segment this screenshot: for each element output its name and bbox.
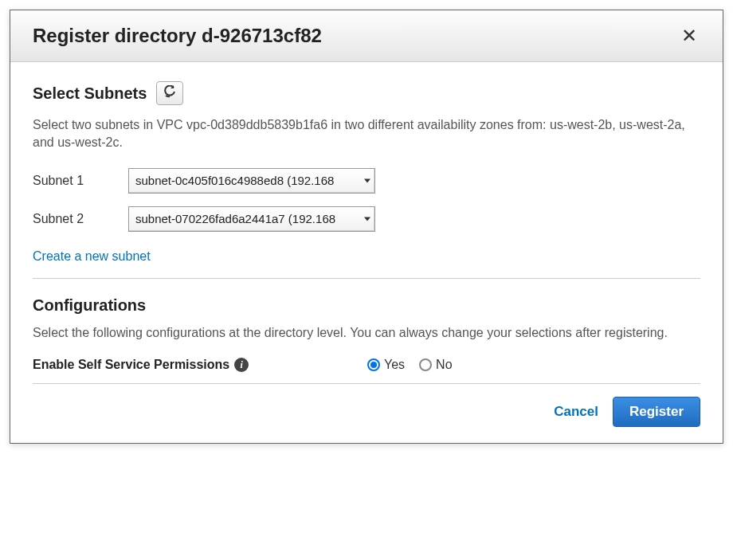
self-service-yes-radio[interactable]: Yes <box>367 358 405 372</box>
self-service-label-text: Enable Self Service Permissions <box>33 358 229 372</box>
cancel-button[interactable]: Cancel <box>554 404 598 420</box>
section-divider <box>33 278 700 279</box>
subnet-2-value: subnet-070226fad6a2441a7 (192.168 <box>128 206 375 232</box>
self-service-radio-group: Yes No <box>367 358 453 372</box>
refresh-icon <box>163 85 176 101</box>
modal-footer: Cancel Register <box>33 383 700 427</box>
select-subnets-title: Select Subnets <box>33 84 147 103</box>
self-service-no-radio[interactable]: No <box>419 358 452 372</box>
register-directory-modal: Register directory d-926713cf82 ✕ Select… <box>10 10 723 444</box>
select-subnets-description: Select two subnets in VPC vpc-0d389ddb58… <box>33 116 700 152</box>
radio-icon-selected <box>367 358 380 371</box>
modal-body: Select Subnets Select two subnets in VPC… <box>10 62 723 443</box>
configurations-description: Select the following configurations at t… <box>33 324 700 342</box>
register-button[interactable]: Register <box>613 397 700 427</box>
subnet-2-select[interactable]: subnet-070226fad6a2441a7 (192.168 <box>128 206 375 232</box>
subnet-1-label: Subnet 1 <box>33 174 128 188</box>
configurations-title: Configurations <box>33 296 700 315</box>
close-icon[interactable]: ✕ <box>678 25 700 47</box>
subnet-1-select[interactable]: subnet-0c405f016c4988ed8 (192.168 <box>128 168 375 194</box>
create-subnet-link[interactable]: Create a new subnet <box>33 249 151 264</box>
radio-no-label: No <box>436 358 452 372</box>
select-subnets-header: Select Subnets <box>33 81 700 105</box>
radio-icon <box>419 358 432 371</box>
subnet-1-row: Subnet 1 subnet-0c405f016c4988ed8 (192.1… <box>33 168 700 194</box>
radio-yes-label: Yes <box>384 358 405 372</box>
subnet-1-value: subnet-0c405f016c4988ed8 (192.168 <box>128 168 375 194</box>
subnet-2-label: Subnet 2 <box>33 212 128 226</box>
modal-header: Register directory d-926713cf82 ✕ <box>10 10 723 62</box>
self-service-row: Enable Self Service Permissions i Yes No <box>33 358 700 372</box>
info-icon[interactable]: i <box>234 358 249 372</box>
subnet-2-row: Subnet 2 subnet-070226fad6a2441a7 (192.1… <box>33 206 700 232</box>
self-service-label: Enable Self Service Permissions i <box>33 358 367 372</box>
refresh-button[interactable] <box>156 81 183 105</box>
modal-title: Register directory d-926713cf82 <box>33 25 322 47</box>
